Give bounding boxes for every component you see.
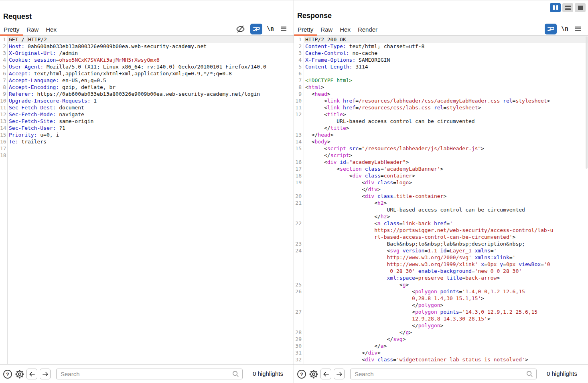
single-pane-layout-button[interactable]	[575, 3, 586, 12]
code-text: </h2>	[304, 213, 588, 220]
code-line[interactable]: 17 <section class='academyLabBanner'>	[294, 165, 588, 172]
tab-hex[interactable]: Hex	[336, 24, 354, 36]
code-line[interactable]: 13Sec-Fetch-Site: same-origin	[0, 118, 294, 125]
code-line[interactable]: 8Accept-Encoding: gzip, deflate, br	[0, 84, 294, 91]
code-line[interactable]: URL-based access control can be circumve…	[294, 118, 588, 125]
code-line[interactable]: 9Referer: https://0ab600ab033eb13a800326…	[0, 91, 294, 97]
gear-icon[interactable]	[308, 369, 319, 379]
code-line[interactable]: 32 <div class='widgetcontainer-lab-statu…	[294, 356, 588, 363]
tab-hex[interactable]: Hex	[42, 24, 60, 36]
code-line[interactable]: 18	[0, 152, 294, 159]
code-line[interactable]: 0 28 30' enable-background='new 0 0 28 3…	[294, 268, 588, 274]
split-rows-layout-button[interactable]	[562, 3, 573, 12]
code-line[interactable]: xml:space=preserve title=back-arrow>	[294, 274, 588, 281]
code-line[interactable]: 3X-Original-Url: /admin	[0, 50, 294, 56]
code-line[interactable]: 12 <title>	[294, 111, 588, 118]
code-line[interactable]: 7Accept-Language: en-US,en;q=0.5	[0, 77, 294, 84]
code-line[interactable]: 16 <div id="academyLabHeader">	[294, 159, 588, 165]
code-line[interactable]: </polygon>	[294, 322, 588, 329]
line-number: 24	[294, 247, 304, 254]
code-line[interactable]: 31 </div>	[294, 349, 588, 356]
code-line[interactable]: 5User-Agent: Mozilla/5.0 (X11; Linux x86…	[0, 63, 294, 70]
code-line[interactable]: </polygon>	[294, 302, 588, 308]
code-line[interactable]: 12.9,28.8 14.3,30 28,15'>	[294, 315, 588, 322]
code-line[interactable]: 25 <g>	[294, 281, 588, 288]
code-line[interactable]: 4X-Frame-Options: SAMEORIGIN	[294, 56, 588, 63]
split-columns-layout-button[interactable]	[550, 3, 561, 12]
code-line[interactable]: https://portswigger.net/web-security/acc…	[294, 227, 588, 234]
help-icon[interactable]: ?	[296, 369, 307, 379]
code-line[interactable]: 16Te: trailers	[0, 138, 294, 145]
code-line[interactable]: URL-based access control can be circumve…	[294, 206, 588, 213]
code-line[interactable]: http://www.w3.org/1999/xlink' x=0px y=0p…	[294, 261, 588, 268]
code-line[interactable]: </script>	[294, 152, 588, 159]
hide-eye-icon[interactable]	[235, 24, 246, 34]
code-line[interactable]: 15 <script src="/resources/labheader/js/…	[294, 145, 588, 152]
code-line[interactable]: 18 <div class=container>	[294, 172, 588, 179]
word-wrap-icon[interactable]	[545, 24, 557, 34]
code-line[interactable]: 28 </g>	[294, 329, 588, 336]
menu-icon[interactable]	[278, 24, 289, 34]
code-line[interactable]: 17	[0, 145, 294, 152]
gear-icon[interactable]	[14, 369, 25, 379]
request-editor[interactable]: 1GET / HTTP/22Host: 0ab600ab033eb13a8003…	[0, 36, 294, 364]
next-match-button[interactable]	[334, 369, 345, 379]
code-line[interactable]: 14 <body>	[294, 138, 588, 145]
code-line[interactable]: 26 <polygon points='1.4,0 0,1.2 12.6,15	[294, 288, 588, 295]
code-line[interactable]: 2Host: 0ab600ab033eb13a800326e9009b00ea.…	[0, 43, 294, 50]
scrollbar-thumb[interactable]	[586, 36, 588, 169]
response-editor[interactable]: 1HTTP/2 200 OK2Content-Type: text/html; …	[294, 36, 588, 364]
code-line[interactable]: 10Upgrade-Insecure-Requests: 1	[0, 97, 294, 104]
code-line[interactable]: 29 </svg>	[294, 336, 588, 343]
code-line[interactable]: rl-based-access-control-can-be-circumven…	[294, 234, 588, 240]
tab-pretty[interactable]: Pretty	[0, 24, 23, 36]
code-line[interactable]: 7<!DOCTYPE html>	[294, 77, 588, 84]
menu-icon[interactable]	[573, 24, 583, 34]
code-line[interactable]: 21 <h2>	[294, 200, 588, 206]
code-line[interactable]: 12Sec-Fetch-Mode: navigate	[0, 111, 294, 118]
search-input[interactable]	[56, 369, 243, 379]
newline-icon[interactable]: \n	[561, 25, 568, 32]
code-line[interactable]: 0,28.8 1.4,30 15.1,15'>	[294, 295, 588, 302]
code-line[interactable]: 22 <a class=link-back href='	[294, 220, 588, 227]
code-line[interactable]: 24 <svg version=1.1 id=Layer_1 xmlns='	[294, 247, 588, 254]
code-line[interactable]: 6	[294, 70, 588, 77]
code-line[interactable]: 14Sec-Fetch-User: ?1	[0, 125, 294, 131]
code-line[interactable]: http://www.w3.org/2000/svg' xmlns:xlink=…	[294, 254, 588, 261]
previous-match-button[interactable]	[320, 369, 331, 379]
search-icon[interactable]	[525, 370, 534, 380]
help-icon[interactable]: ?	[2, 369, 13, 379]
tab-render[interactable]: Render	[354, 24, 381, 36]
code-line[interactable]: 1GET / HTTP/2	[0, 36, 294, 43]
code-line[interactable]: 11 <link href=/resources/css/labs.css re…	[294, 104, 588, 111]
code-line[interactable]: 15Priority: u=0, i	[0, 131, 294, 138]
tab-pretty[interactable]: Pretty	[294, 24, 317, 36]
code-line[interactable]: 9 <head>	[294, 91, 588, 97]
previous-match-button[interactable]	[26, 369, 37, 379]
code-line[interactable]: 13 </head>	[294, 131, 588, 138]
code-line[interactable]: 30 </a>	[294, 343, 588, 349]
code-line[interactable]: 27 <polygon points='14.3,0 12.9,1.2 25.6…	[294, 308, 588, 315]
code-line[interactable]: 10 <link href=/resources/labheader/css/a…	[294, 97, 588, 104]
code-line[interactable]: 19 <div class=logo>	[294, 179, 588, 186]
next-match-button[interactable]	[40, 369, 51, 379]
code-line[interactable]: </h2>	[294, 213, 588, 220]
code-line[interactable]: 4Cookie: session=ohso5NCxK7SVAKi3ajMrMH5…	[0, 56, 294, 63]
code-line[interactable]: 8<html>	[294, 84, 588, 91]
code-line[interactable]: 23 Back&nbsp;to&nbsp;lab&nbsp;descriptio…	[294, 240, 588, 247]
code-line[interactable]: 11Sec-Fetch-Dest: document	[0, 104, 294, 111]
tab-raw[interactable]: Raw	[317, 24, 336, 36]
code-line[interactable]: </title>	[294, 125, 588, 131]
code-line[interactable]: 6Accept: text/html,application/xhtml+xml…	[0, 70, 294, 77]
code-line[interactable]: 20 <div class=title-container>	[294, 193, 588, 200]
code-line[interactable]: 2Content-Type: text/html; charset=utf-8	[294, 43, 588, 50]
code-line[interactable]: 5Content-Length: 3114	[294, 63, 588, 70]
newline-icon[interactable]: \n	[267, 25, 274, 32]
tab-raw[interactable]: Raw	[23, 24, 42, 36]
code-line[interactable]: </div>	[294, 186, 588, 193]
code-line[interactable]: 1HTTP/2 200 OK	[294, 36, 588, 43]
word-wrap-icon[interactable]	[250, 24, 262, 34]
search-input[interactable]	[350, 369, 537, 379]
search-icon[interactable]	[231, 370, 240, 380]
code-line[interactable]: 3Cache-Control: no-cache	[294, 50, 588, 56]
